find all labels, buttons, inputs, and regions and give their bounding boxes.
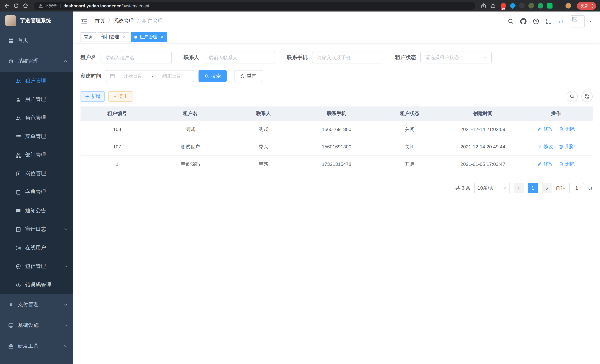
- goto-label: 前往: [556, 185, 565, 191]
- sidebar-item-system-management[interactable]: 系统管理: [0, 51, 73, 72]
- edit-icon: [537, 127, 542, 132]
- extension-icon[interactable]: [547, 3, 553, 9]
- breadcrumb-item[interactable]: 首页: [95, 18, 105, 25]
- cell-status: 开启: [373, 156, 446, 173]
- sidebar-item-user-management[interactable]: 用户管理: [0, 90, 73, 109]
- browser-reload-icon[interactable]: [13, 3, 19, 9]
- screen: 不安全 dashboard.yudao.iocoder.cn/system/te…: [0, 0, 600, 364]
- sidebar-menu: 首页系统管理租户管理用户管理角色管理菜单管理部门管理岗位管理字典管理通知公告审计…: [0, 30, 73, 364]
- breadcrumb: 首页/系统管理/租户管理: [95, 18, 163, 25]
- github-icon[interactable]: [520, 18, 526, 24]
- column-header: 创建时间: [446, 106, 519, 121]
- fullscreen-icon[interactable]: [545, 18, 552, 24]
- goto-page-input[interactable]: [569, 183, 584, 193]
- sidebar-item-home[interactable]: 首页: [0, 30, 73, 51]
- help-icon[interactable]: [533, 18, 539, 24]
- sidebar-item-audit-log[interactable]: 审计日志: [0, 220, 73, 239]
- sidebar-item-role-management[interactable]: 角色管理: [0, 109, 73, 127]
- create-time-range-picker[interactable]: 开始日期 - 结束日期: [106, 70, 194, 82]
- refresh-table-button[interactable]: [581, 91, 593, 102]
- extension-icon[interactable]: [528, 3, 534, 9]
- breadcrumb-item[interactable]: 系统管理: [113, 18, 134, 25]
- sidebar-item-error-code-management[interactable]: 错误码管理: [0, 276, 73, 294]
- reset-button-label: 重置: [247, 73, 256, 79]
- bookmark-star-icon[interactable]: [490, 3, 496, 9]
- toggle-search-button[interactable]: [567, 91, 578, 102]
- chevron-left-icon: [516, 186, 521, 190]
- address-bar[interactable]: 不安全 dashboard.yudao.iocoder.cn/system/te…: [34, 2, 475, 10]
- edit-icon: [537, 144, 542, 149]
- cell-name: 测试租户: [154, 138, 227, 156]
- cell-contact: 芋艿: [227, 156, 300, 173]
- create-time-label: 创建时间: [81, 73, 101, 79]
- url-path: /system/tenant: [122, 3, 149, 8]
- tenant-name-input[interactable]: [101, 52, 172, 64]
- browser-menu-kebab-icon[interactable]: [590, 3, 595, 8]
- status-select[interactable]: 请选择租户状态: [420, 52, 492, 64]
- phone-input[interactable]: [312, 52, 383, 64]
- share-icon[interactable]: [480, 3, 487, 9]
- add-button[interactable]: 新增: [81, 91, 105, 102]
- tab-close-icon[interactable]: [121, 35, 126, 39]
- delete-button[interactable]: 删除: [559, 143, 575, 150]
- search-button[interactable]: 搜索: [198, 70, 227, 82]
- sidebar-item-dept-management[interactable]: 部门管理: [0, 146, 73, 164]
- user-avatar[interactable]: [571, 15, 585, 27]
- delete-button[interactable]: 删除: [559, 161, 575, 168]
- sidebar-item-post-management[interactable]: 岗位管理: [0, 164, 73, 183]
- delete-button[interactable]: 删除: [559, 126, 575, 133]
- sidebar-item-sms-management[interactable]: 短信管理: [0, 257, 73, 276]
- browser-profile-avatar[interactable]: [565, 3, 571, 9]
- edit-button[interactable]: 修改: [537, 161, 553, 168]
- app-logo[interactable]: 芋道管理系统: [0, 11, 73, 30]
- add-button-label: 新增: [91, 93, 100, 100]
- cell-status: 关闭: [373, 121, 446, 138]
- edit-button[interactable]: 修改: [537, 143, 553, 150]
- header-search-icon[interactable]: [508, 18, 514, 24]
- user-icon: [16, 97, 21, 102]
- online-icon: [16, 245, 21, 251]
- font-size-icon[interactable]: TT: [558, 18, 564, 24]
- tab-dept-management[interactable]: 部门管理: [98, 32, 129, 42]
- browser-update-button[interactable]: 更新: [577, 2, 596, 9]
- chevron-right-icon: [545, 186, 549, 190]
- plus-icon: [85, 94, 89, 99]
- tab-tenant-management[interactable]: 租户管理: [131, 32, 167, 42]
- cell-created: 2021-12-14 21:02:09: [446, 121, 519, 138]
- browser-home-icon[interactable]: [22, 3, 28, 9]
- extension-icon[interactable]: [538, 3, 543, 9]
- edit-button[interactable]: 修改: [537, 126, 553, 133]
- prev-page-button[interactable]: [514, 183, 524, 193]
- not-secure-warning-icon: [38, 3, 43, 8]
- next-page-button[interactable]: [542, 183, 552, 193]
- extension-icon[interactable]: [556, 3, 562, 9]
- cell-created: 2021-12-14 20:49:44: [446, 138, 519, 156]
- contact-input[interactable]: [204, 52, 275, 64]
- sidebar-toggle-icon[interactable]: [81, 18, 88, 25]
- browser-back-icon[interactable]: [4, 3, 10, 9]
- export-button[interactable]: 导出: [108, 91, 132, 102]
- reset-button[interactable]: 重置: [234, 70, 262, 82]
- sidebar-item-menu-management[interactable]: 菜单管理: [0, 127, 73, 146]
- infra-icon: [8, 323, 14, 328]
- top-navbar: 首页/系统管理/租户管理 TT: [73, 11, 600, 31]
- user-menu-caret-icon[interactable]: [588, 19, 593, 23]
- tab-home[interactable]: 首页: [81, 32, 96, 42]
- page-size-select[interactable]: 10条/页: [474, 183, 510, 193]
- page-number-button[interactable]: 1: [528, 183, 538, 193]
- sidebar-item-infrastructure[interactable]: 基础设施: [0, 315, 73, 336]
- cell-phone: 17321315478: [300, 156, 373, 173]
- sidebar-item-dict-management[interactable]: 字典管理: [0, 183, 73, 202]
- tab-close-icon[interactable]: [159, 35, 164, 39]
- tab-label: 租户管理: [140, 34, 157, 40]
- sidebar-item-notice-announcement[interactable]: 通知公告: [0, 202, 73, 220]
- cell-id: 108: [81, 121, 154, 138]
- extension-icon[interactable]: [509, 2, 516, 9]
- sidebar-item-online-users[interactable]: 在线用户: [0, 239, 73, 257]
- cell-operations: 修改删除: [519, 121, 593, 138]
- extension-icon[interactable]: 10: [501, 3, 506, 9]
- sidebar-item-tenant-management[interactable]: 租户管理: [0, 72, 73, 90]
- sidebar-item-dev-tools[interactable]: 研发工具: [0, 336, 73, 357]
- sidebar-item-payment-management[interactable]: ¥支付管理: [0, 294, 73, 315]
- extension-icon[interactable]: [519, 3, 525, 9]
